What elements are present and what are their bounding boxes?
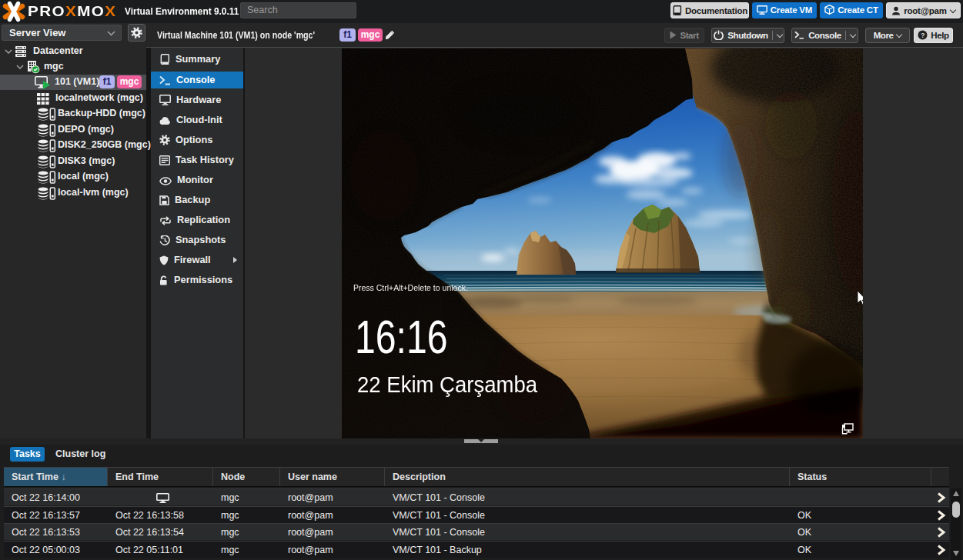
svg-text:?: ? [921, 32, 925, 39]
svg-text:22 Ekim Çarşamba: 22 Ekim Çarşamba [357, 372, 537, 397]
svg-text:16:16: 16:16 [355, 310, 448, 363]
svg-text:Press Ctrl+Alt+Delete to unloc: Press Ctrl+Alt+Delete to unlock. [353, 283, 468, 292]
